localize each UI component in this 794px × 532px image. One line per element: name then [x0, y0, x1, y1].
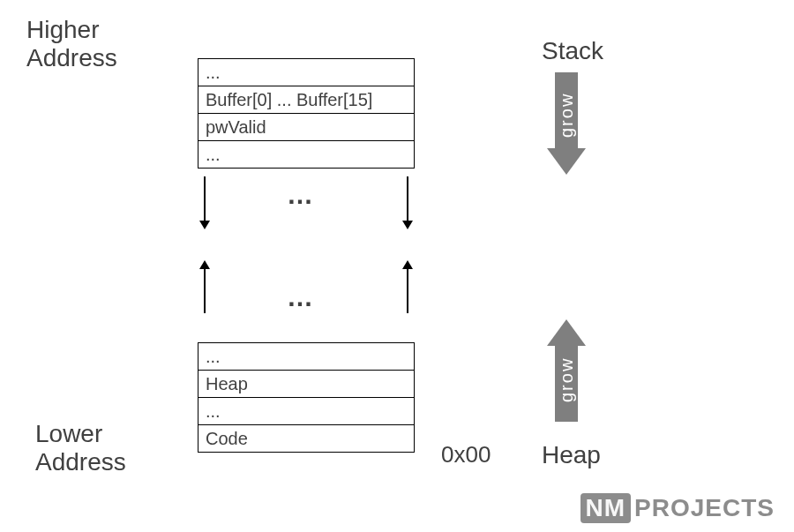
heap-row: ... [198, 398, 415, 425]
heap-row: Heap [198, 371, 415, 398]
heap-left-arrow-up-icon [199, 260, 210, 313]
stack-grow-label: grow [547, 83, 586, 146]
label-addr-0: 0x00 [441, 441, 491, 468]
heap-table: ... Heap ... Code [198, 342, 415, 453]
heap-row: ... [198, 343, 415, 371]
label-lower-address: Lower Address [35, 420, 126, 476]
stack-row: Buffer[0] ... Buffer[15] [198, 86, 415, 114]
heap-grow-arrow-icon: grow [547, 316, 586, 422]
logo-rest: PROJECTS [634, 494, 775, 522]
stack-left-arrow-down-icon [199, 176, 210, 229]
label-stack: Stack [542, 37, 603, 65]
stack-row: ... [198, 141, 415, 169]
logo: NM PROJECTS [581, 493, 775, 523]
stack-row: ... [198, 59, 415, 86]
stack-grow-arrow-icon: grow [547, 72, 586, 178]
heap-right-arrow-up-icon [402, 260, 413, 313]
label-heap: Heap [542, 441, 601, 469]
logo-nm: NM [581, 493, 632, 523]
dots-lower: … [287, 282, 317, 312]
dots-upper: … [287, 180, 317, 210]
heap-row: Code [198, 425, 415, 453]
stack-right-arrow-down-icon [402, 176, 413, 229]
stack-table: ... Buffer[0] ... Buffer[15] pwValid ... [198, 58, 415, 169]
heap-grow-label: grow [547, 348, 586, 411]
label-higher-address: Higher Address [26, 16, 117, 72]
stack-row: pwValid [198, 114, 415, 141]
